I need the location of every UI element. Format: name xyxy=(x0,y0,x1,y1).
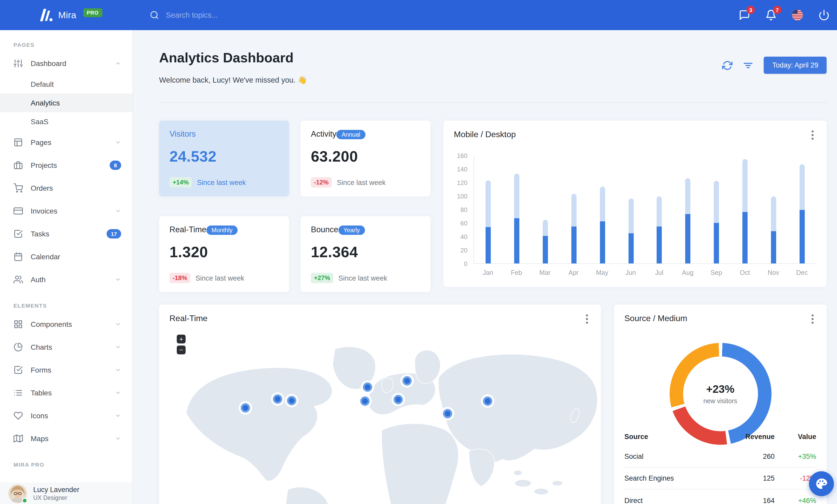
sidebar-item-pages[interactable]: Pages xyxy=(0,131,132,154)
donut-center-value: +23% xyxy=(706,383,735,395)
messages-button[interactable]: 3 xyxy=(739,10,750,21)
map-icon xyxy=(14,434,23,443)
chevron-down-icon xyxy=(115,367,121,373)
stacked-bar[interactable] xyxy=(600,187,605,263)
sidebar-item-components[interactable]: Components xyxy=(0,313,132,336)
sidebar-item-tasks[interactable]: Tasks17 xyxy=(0,222,132,245)
sidebar-subitem-saas[interactable]: SaaS xyxy=(0,112,132,131)
source-table-header: Source Revenue Value xyxy=(624,427,816,446)
stacked-bar[interactable] xyxy=(571,194,576,263)
bar-column-apr xyxy=(560,156,588,263)
power-button[interactable] xyxy=(818,10,830,21)
sidebar-item-label: Components xyxy=(31,320,115,329)
source-row-direct: Direct164+46% xyxy=(624,489,816,504)
realtime-map-card: Real-Time + − xyxy=(159,304,601,504)
sidebar-section-pages: PAGES xyxy=(0,30,132,52)
sidebar-item-label: Pages xyxy=(31,138,115,147)
stat-value: 1.320 xyxy=(170,244,279,261)
stacked-bar[interactable] xyxy=(628,199,634,263)
briefcase-icon xyxy=(14,161,23,170)
sidebar-item-orders[interactable]: Orders xyxy=(0,177,132,200)
bar-column-sep xyxy=(702,156,731,263)
sidebar-item-forms[interactable]: Forms xyxy=(0,358,132,381)
map-marker[interactable] xyxy=(441,407,455,421)
stat-change-chip: +14% xyxy=(170,177,192,188)
sidebar-item-calendar[interactable]: Calendar xyxy=(0,245,132,268)
map-marker[interactable] xyxy=(358,394,372,408)
map-marker-dot xyxy=(485,398,491,404)
sidebar-item-invoices[interactable]: Invoices xyxy=(0,200,132,222)
stat-card-header: Visitors xyxy=(170,129,279,139)
filter-button[interactable] xyxy=(743,60,753,70)
layout-icon xyxy=(14,138,23,147)
map-marker[interactable] xyxy=(238,401,252,415)
sidebar-item-auth[interactable]: Auth xyxy=(0,268,132,291)
calendar-icon xyxy=(14,252,23,261)
search-input[interactable] xyxy=(166,11,280,19)
stat-note: Since last week xyxy=(337,179,386,186)
theme-settings-fab[interactable] xyxy=(809,471,834,496)
brand[interactable]: Mira PRO xyxy=(38,9,102,21)
language-button[interactable] xyxy=(792,10,803,21)
stacked-bar[interactable] xyxy=(799,164,804,263)
stacked-bar[interactable] xyxy=(771,197,776,263)
stacked-bar[interactable] xyxy=(714,181,719,263)
map-marker[interactable] xyxy=(481,394,494,408)
sidebar-subitem-default[interactable]: Default xyxy=(0,75,132,94)
bar-column-oct xyxy=(731,156,759,263)
header-divider xyxy=(159,102,826,103)
bar-column-feb xyxy=(503,156,531,263)
bar-column-dec xyxy=(788,156,816,263)
sidebar-item-label: Dashboard xyxy=(31,59,115,68)
x-tick-label: Jan xyxy=(474,269,502,276)
check-square-icon xyxy=(14,365,23,375)
sidebar-item-charts[interactable]: Charts xyxy=(0,336,132,358)
map-marker[interactable] xyxy=(361,380,374,394)
stacked-bar[interactable] xyxy=(742,159,748,263)
sidebar-item-maps[interactable]: Maps xyxy=(0,427,132,450)
map-marker-dot xyxy=(365,384,370,390)
sidebar-user[interactable]: Lucy Lavender UX Designer xyxy=(0,482,132,504)
mira-logo-icon xyxy=(38,9,53,21)
page-title: Analytics Dashboard xyxy=(159,50,293,66)
notifications-button[interactable]: 7 xyxy=(765,10,777,21)
source-table: Source Revenue Value Social260+35%Search… xyxy=(624,427,816,504)
chart-title: Mobile / Desktop xyxy=(454,130,516,139)
map-zoom-out-button[interactable]: − xyxy=(177,346,185,354)
stacked-bar[interactable] xyxy=(543,220,548,263)
grid-icon xyxy=(14,320,23,329)
list-icon xyxy=(14,388,23,397)
sidebar-item-label: Orders xyxy=(31,184,121,192)
chart-menu-button[interactable] xyxy=(809,130,816,140)
x-tick-label: Apr xyxy=(559,269,588,276)
sidebar-subitem-label: Analytics xyxy=(31,99,60,107)
map-marker[interactable] xyxy=(400,374,414,388)
stacked-bar[interactable] xyxy=(514,173,519,263)
navbar-search[interactable] xyxy=(150,0,280,30)
date-range-button[interactable]: Today: April 29 xyxy=(764,57,826,74)
bar-segment-mobile xyxy=(685,214,690,263)
refresh-button[interactable] xyxy=(723,60,733,70)
sidebar-section-mira-pro: MIRA PRO xyxy=(0,450,132,472)
us-flag-icon xyxy=(792,10,803,21)
stacked-bar[interactable] xyxy=(657,197,662,263)
bar-segment-mobile xyxy=(628,233,634,263)
sidebar-subitem-analytics[interactable]: Analytics xyxy=(0,94,132,112)
source-medium-menu-button[interactable] xyxy=(809,314,816,324)
map-menu-button[interactable] xyxy=(583,314,591,324)
y-tick-label: 20 xyxy=(460,247,467,254)
chevron-down-icon xyxy=(115,321,121,327)
sidebar-item-icons[interactable]: Icons xyxy=(0,404,132,427)
map-marker[interactable] xyxy=(271,392,284,406)
stacked-bar[interactable] xyxy=(685,178,690,263)
notifications-count-badge: 7 xyxy=(773,6,781,14)
world-map[interactable] xyxy=(159,327,601,504)
stacked-bar[interactable] xyxy=(486,180,491,263)
map-marker[interactable] xyxy=(391,393,405,406)
y-tick-label: 40 xyxy=(460,233,467,241)
sidebar-item-tables[interactable]: Tables xyxy=(0,381,132,404)
sidebar-item-projects[interactable]: Projects8 xyxy=(0,154,132,177)
map-zoom-in-button[interactable]: + xyxy=(177,335,185,343)
map-marker[interactable] xyxy=(285,394,298,407)
sidebar-item-dashboard[interactable]: Dashboard xyxy=(0,52,132,75)
